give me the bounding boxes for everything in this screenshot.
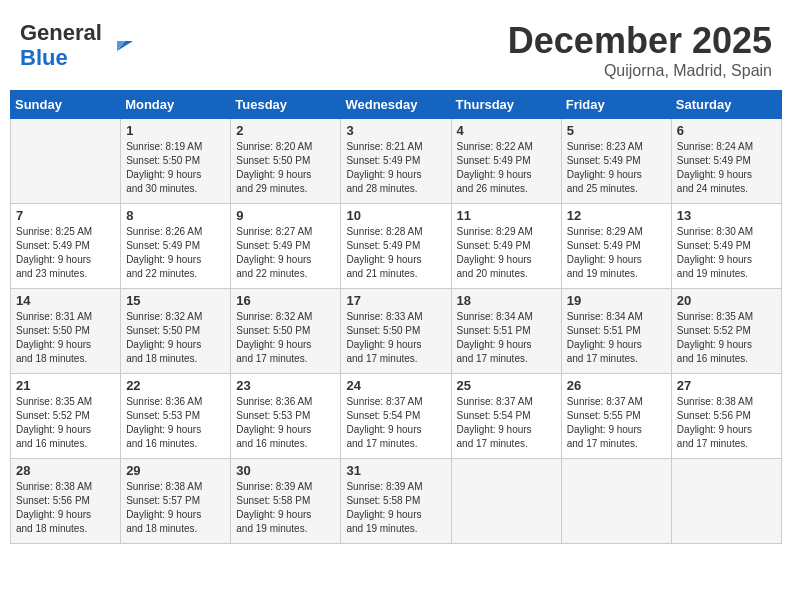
page-header: General Blue December 2025 Quijorna, Mad… <box>10 10 782 85</box>
day-number: 3 <box>346 123 445 138</box>
day-number: 23 <box>236 378 335 393</box>
day-info: Sunrise: 8:35 AM Sunset: 5:52 PM Dayligh… <box>677 310 776 366</box>
day-number: 21 <box>16 378 115 393</box>
day-info: Sunrise: 8:37 AM Sunset: 5:54 PM Dayligh… <box>346 395 445 451</box>
calendar-cell: 14Sunrise: 8:31 AM Sunset: 5:50 PM Dayli… <box>11 289 121 374</box>
day-number: 7 <box>16 208 115 223</box>
calendar-cell: 15Sunrise: 8:32 AM Sunset: 5:50 PM Dayli… <box>121 289 231 374</box>
calendar-cell: 18Sunrise: 8:34 AM Sunset: 5:51 PM Dayli… <box>451 289 561 374</box>
day-number: 20 <box>677 293 776 308</box>
day-number: 27 <box>677 378 776 393</box>
day-info: Sunrise: 8:31 AM Sunset: 5:50 PM Dayligh… <box>16 310 115 366</box>
weekday-header-tuesday: Tuesday <box>231 91 341 119</box>
calendar-cell: 10Sunrise: 8:28 AM Sunset: 5:49 PM Dayli… <box>341 204 451 289</box>
calendar-cell: 3Sunrise: 8:21 AM Sunset: 5:49 PM Daylig… <box>341 119 451 204</box>
title-block: December 2025 Quijorna, Madrid, Spain <box>508 20 772 80</box>
day-info: Sunrise: 8:39 AM Sunset: 5:58 PM Dayligh… <box>346 480 445 536</box>
day-number: 18 <box>457 293 556 308</box>
calendar-cell: 26Sunrise: 8:37 AM Sunset: 5:55 PM Dayli… <box>561 374 671 459</box>
day-info: Sunrise: 8:19 AM Sunset: 5:50 PM Dayligh… <box>126 140 225 196</box>
calendar-cell <box>11 119 121 204</box>
day-info: Sunrise: 8:20 AM Sunset: 5:50 PM Dayligh… <box>236 140 335 196</box>
day-number: 1 <box>126 123 225 138</box>
day-info: Sunrise: 8:28 AM Sunset: 5:49 PM Dayligh… <box>346 225 445 281</box>
calendar-cell <box>451 459 561 544</box>
day-number: 22 <box>126 378 225 393</box>
day-number: 31 <box>346 463 445 478</box>
day-number: 29 <box>126 463 225 478</box>
day-info: Sunrise: 8:39 AM Sunset: 5:58 PM Dayligh… <box>236 480 335 536</box>
day-info: Sunrise: 8:29 AM Sunset: 5:49 PM Dayligh… <box>457 225 556 281</box>
calendar-cell: 1Sunrise: 8:19 AM Sunset: 5:50 PM Daylig… <box>121 119 231 204</box>
month-year-title: December 2025 <box>508 20 772 62</box>
calendar-week-row: 28Sunrise: 8:38 AM Sunset: 5:56 PM Dayli… <box>11 459 782 544</box>
day-info: Sunrise: 8:22 AM Sunset: 5:49 PM Dayligh… <box>457 140 556 196</box>
day-number: 8 <box>126 208 225 223</box>
day-number: 25 <box>457 378 556 393</box>
calendar-cell: 2Sunrise: 8:20 AM Sunset: 5:50 PM Daylig… <box>231 119 341 204</box>
day-info: Sunrise: 8:36 AM Sunset: 5:53 PM Dayligh… <box>126 395 225 451</box>
day-number: 15 <box>126 293 225 308</box>
calendar-table: SundayMondayTuesdayWednesdayThursdayFrid… <box>10 90 782 544</box>
day-number: 17 <box>346 293 445 308</box>
day-number: 14 <box>16 293 115 308</box>
calendar-week-row: 1Sunrise: 8:19 AM Sunset: 5:50 PM Daylig… <box>11 119 782 204</box>
calendar-cell: 30Sunrise: 8:39 AM Sunset: 5:58 PM Dayli… <box>231 459 341 544</box>
day-info: Sunrise: 8:37 AM Sunset: 5:54 PM Dayligh… <box>457 395 556 451</box>
day-number: 28 <box>16 463 115 478</box>
calendar-cell: 9Sunrise: 8:27 AM Sunset: 5:49 PM Daylig… <box>231 204 341 289</box>
day-number: 26 <box>567 378 666 393</box>
calendar-cell: 7Sunrise: 8:25 AM Sunset: 5:49 PM Daylig… <box>11 204 121 289</box>
calendar-cell: 25Sunrise: 8:37 AM Sunset: 5:54 PM Dayli… <box>451 374 561 459</box>
day-info: Sunrise: 8:27 AM Sunset: 5:49 PM Dayligh… <box>236 225 335 281</box>
calendar-cell: 17Sunrise: 8:33 AM Sunset: 5:50 PM Dayli… <box>341 289 451 374</box>
calendar-cell: 16Sunrise: 8:32 AM Sunset: 5:50 PM Dayli… <box>231 289 341 374</box>
day-number: 16 <box>236 293 335 308</box>
calendar-cell: 27Sunrise: 8:38 AM Sunset: 5:56 PM Dayli… <box>671 374 781 459</box>
calendar-cell: 23Sunrise: 8:36 AM Sunset: 5:53 PM Dayli… <box>231 374 341 459</box>
day-info: Sunrise: 8:32 AM Sunset: 5:50 PM Dayligh… <box>236 310 335 366</box>
calendar-cell: 21Sunrise: 8:35 AM Sunset: 5:52 PM Dayli… <box>11 374 121 459</box>
calendar-cell: 28Sunrise: 8:38 AM Sunset: 5:56 PM Dayli… <box>11 459 121 544</box>
calendar-cell <box>671 459 781 544</box>
day-number: 12 <box>567 208 666 223</box>
calendar-cell: 24Sunrise: 8:37 AM Sunset: 5:54 PM Dayli… <box>341 374 451 459</box>
calendar-cell: 29Sunrise: 8:38 AM Sunset: 5:57 PM Dayli… <box>121 459 231 544</box>
day-info: Sunrise: 8:30 AM Sunset: 5:49 PM Dayligh… <box>677 225 776 281</box>
day-number: 13 <box>677 208 776 223</box>
day-number: 2 <box>236 123 335 138</box>
calendar-week-row: 21Sunrise: 8:35 AM Sunset: 5:52 PM Dayli… <box>11 374 782 459</box>
day-info: Sunrise: 8:24 AM Sunset: 5:49 PM Dayligh… <box>677 140 776 196</box>
day-info: Sunrise: 8:25 AM Sunset: 5:49 PM Dayligh… <box>16 225 115 281</box>
calendar-cell: 6Sunrise: 8:24 AM Sunset: 5:49 PM Daylig… <box>671 119 781 204</box>
day-info: Sunrise: 8:21 AM Sunset: 5:49 PM Dayligh… <box>346 140 445 196</box>
day-info: Sunrise: 8:38 AM Sunset: 5:57 PM Dayligh… <box>126 480 225 536</box>
day-number: 4 <box>457 123 556 138</box>
calendar-cell: 20Sunrise: 8:35 AM Sunset: 5:52 PM Dayli… <box>671 289 781 374</box>
day-info: Sunrise: 8:38 AM Sunset: 5:56 PM Dayligh… <box>677 395 776 451</box>
logo: General Blue <box>20 20 141 71</box>
day-number: 24 <box>346 378 445 393</box>
weekday-header-thursday: Thursday <box>451 91 561 119</box>
day-info: Sunrise: 8:26 AM Sunset: 5:49 PM Dayligh… <box>126 225 225 281</box>
calendar-cell: 12Sunrise: 8:29 AM Sunset: 5:49 PM Dayli… <box>561 204 671 289</box>
calendar-cell: 13Sunrise: 8:30 AM Sunset: 5:49 PM Dayli… <box>671 204 781 289</box>
day-info: Sunrise: 8:38 AM Sunset: 5:56 PM Dayligh… <box>16 480 115 536</box>
day-info: Sunrise: 8:23 AM Sunset: 5:49 PM Dayligh… <box>567 140 666 196</box>
calendar-cell: 22Sunrise: 8:36 AM Sunset: 5:53 PM Dayli… <box>121 374 231 459</box>
calendar-cell: 4Sunrise: 8:22 AM Sunset: 5:49 PM Daylig… <box>451 119 561 204</box>
calendar-cell: 8Sunrise: 8:26 AM Sunset: 5:49 PM Daylig… <box>121 204 231 289</box>
logo-blue: Blue <box>20 45 68 70</box>
day-info: Sunrise: 8:32 AM Sunset: 5:50 PM Dayligh… <box>126 310 225 366</box>
location-subtitle: Quijorna, Madrid, Spain <box>508 62 772 80</box>
calendar-cell: 19Sunrise: 8:34 AM Sunset: 5:51 PM Dayli… <box>561 289 671 374</box>
logo-general: General <box>20 20 102 45</box>
weekday-header-row: SundayMondayTuesdayWednesdayThursdayFrid… <box>11 91 782 119</box>
day-number: 19 <box>567 293 666 308</box>
day-info: Sunrise: 8:29 AM Sunset: 5:49 PM Dayligh… <box>567 225 666 281</box>
day-info: Sunrise: 8:34 AM Sunset: 5:51 PM Dayligh… <box>457 310 556 366</box>
day-info: Sunrise: 8:35 AM Sunset: 5:52 PM Dayligh… <box>16 395 115 451</box>
calendar-cell: 11Sunrise: 8:29 AM Sunset: 5:49 PM Dayli… <box>451 204 561 289</box>
day-number: 30 <box>236 463 335 478</box>
weekday-header-wednesday: Wednesday <box>341 91 451 119</box>
